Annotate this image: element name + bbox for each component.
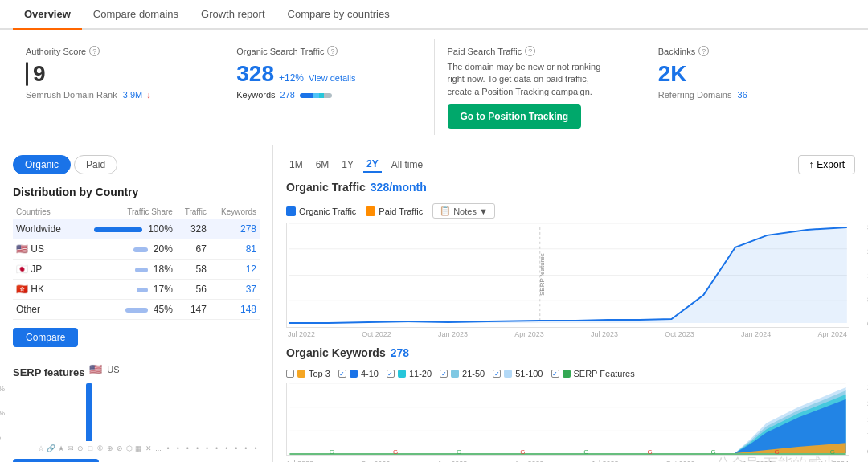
paid-traffic-card: Paid Search Traffic ? The domain may be … [435,39,645,135]
kw-dot [297,370,305,378]
legend-paid: Paid Traffic [366,206,423,216]
traffic-share: 45% [154,304,173,315]
kw-checkbox[interactable] [286,370,294,378]
export-button[interactable]: ↑ Export [798,155,855,174]
authority-score-card: Authority Score ? 9 Semrush Domain Rank … [13,39,223,135]
country-bar [135,268,148,272]
organic-keywords-chart-svg: G G G G G G G G G [286,383,849,456]
left-panel: Organic Paid Distribution by Country Cou… [0,145,273,462]
country-bar [125,308,148,313]
organic-traffic-value: 328 [236,61,274,87]
country-name: Other [16,304,40,315]
svg-text:G: G [830,448,835,456]
organic-traffic-chart-svg: SERP features [286,223,849,328]
traffic-value: 67 [196,243,207,255]
serp-icon: • [242,444,250,452]
serp-icon: • [213,444,221,452]
time-2y[interactable]: 2Y [363,157,382,173]
serp-icon: ⊙ [76,444,84,452]
distribution-row: Other 45% 147 148 [13,300,260,320]
nav-compare-domains[interactable]: Compare domains [82,0,190,28]
serp-icon: ☆ [37,444,45,452]
organic-info-icon[interactable]: ? [327,46,338,56]
authority-score-info-icon[interactable]: ? [89,46,100,56]
serp-bar-wrap [86,383,92,441]
country-name: Worldwide [16,223,61,235]
domain-rank-value: 3.9M [123,90,142,100]
keywords-value: 148 [240,304,256,315]
serp-icon: ✉ [67,444,75,452]
notes-button[interactable]: 📋 Notes ▼ [432,203,495,219]
keywords-value: 278 [280,90,295,100]
kw-legend-label: 51-100 [515,369,542,378]
organic-x-labels: Jul 2022 Oct 2022 Jan 2023 Apr 2023 Jul … [286,330,849,338]
svg-text:G: G [520,448,525,456]
go-to-position-tracking-button[interactable]: Go to Position Tracking [448,104,582,129]
authority-score-label: Authority Score [26,47,86,56]
serp-icon: • [174,444,182,452]
organic-chart-title: Organic Traffic [286,181,366,194]
paid-info-icon[interactable]: ? [525,46,535,56]
kw-legend-item: ✓ 4-10 [338,369,379,378]
svg-text:G: G [583,448,588,456]
kw-legend-item: ✓ 51-100 [493,369,542,378]
flag-icon: 🇺🇸 [16,243,28,255]
organic-paid-tabs: Organic Paid [13,155,260,174]
kw-checkbox[interactable]: ✓ [387,370,395,378]
serp-icon: • [183,444,191,452]
time-1m[interactable]: 1M [286,157,306,173]
serp-icon: □ [86,444,94,452]
col-keywords: Keywords [210,205,260,219]
referring-domains-label: Referring Domains [658,90,732,100]
organic-dot [286,206,296,216]
tab-paid[interactable]: Paid [74,155,117,174]
right-panel: 1M 6M 1Y 2Y All time ↑ Export Organic Tr… [273,145,868,462]
view-details-link[interactable]: View details [309,73,356,83]
traffic-value: 56 [196,284,207,295]
nav-overview[interactable]: Overview [13,0,82,30]
kw-legend-label: 11-20 [409,369,432,378]
us-flag-icon: 🇺🇸 [89,363,102,375]
time-1y[interactable]: 1Y [338,157,357,173]
nav-compare-countries[interactable]: Compare by countries [276,0,401,28]
country-name: HK [31,284,44,295]
distribution-row: 🇺🇸 US 20% 67 81 [13,239,260,260]
notes-label: Notes [453,206,477,216]
organic-traffic-card: Organic Search Traffic ? 328 +12% View d… [223,39,434,135]
country-bar [137,288,148,292]
kw-legend-label: SERP Features [574,369,635,378]
backlinks-info-icon[interactable]: ? [698,46,709,56]
keyword-bar-visual [300,90,332,100]
serp-bar [86,383,92,441]
kw-checkbox[interactable]: ✓ [493,370,501,378]
traffic-share: 18% [154,264,173,275]
kw-legend-label: 21-50 [462,369,485,378]
view-full-report-button[interactable]: View full report [13,459,99,462]
referring-domains-value[interactable]: 36 [738,90,747,100]
col-countries: Countries [13,205,74,219]
nav-growth-report[interactable]: Growth report [190,0,276,28]
kw-checkbox[interactable]: ✓ [440,370,448,378]
backlinks-card: Backlinks ? 2K Referring Domains 36 [645,39,855,135]
kw-checkbox[interactable]: ✓ [551,370,559,378]
kw-value: 278 [391,346,409,359]
svg-text:G: G [330,448,334,456]
tab-organic[interactable]: Organic [13,155,71,174]
serp-icon: © [96,444,104,452]
kw-dot [398,370,406,378]
organic-legend: Organic Traffic Paid Traffic 📋 Notes ▼ [286,203,855,219]
keywords-value: 81 [246,243,256,255]
compare-button[interactable]: Compare [13,328,78,347]
time-6m[interactable]: 6M [313,157,333,173]
metrics-row: Authority Score ? 9 Semrush Domain Rank … [0,30,868,145]
traffic-share: 20% [154,243,173,255]
backlinks-value: 2K [658,61,687,86]
kw-checkbox[interactable]: ✓ [338,370,346,378]
traffic-value: 147 [190,304,207,315]
kw-dot [504,370,512,378]
serp-icon: • [252,444,260,452]
distribution-title: Distribution by Country [13,186,260,198]
time-all[interactable]: All time [388,157,426,173]
top-nav: Overview Compare domains Growth report C… [0,0,868,30]
flag-icon: 🇯🇵 [16,264,28,275]
